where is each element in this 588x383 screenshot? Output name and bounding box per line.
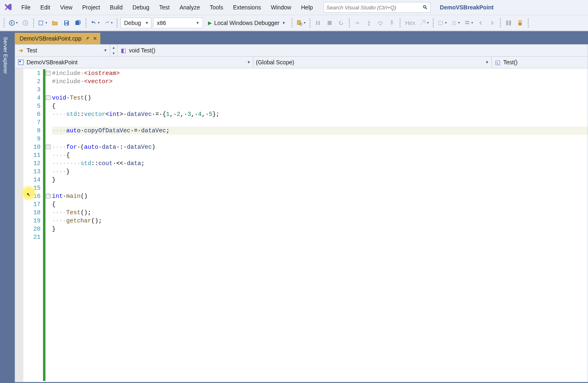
menu-analyze[interactable]: Analyze bbox=[174, 2, 205, 13]
break-all-button[interactable] bbox=[313, 18, 323, 28]
menu-test[interactable]: Test bbox=[154, 2, 175, 13]
threads-window-button[interactable] bbox=[504, 18, 513, 28]
toolbar-grip-icon bbox=[527, 18, 529, 28]
menu-build[interactable]: Build bbox=[105, 2, 127, 13]
svg-point-1 bbox=[23, 20, 28, 25]
solution-name: DemoVSBreakPoint bbox=[440, 4, 493, 11]
save-all-button[interactable] bbox=[73, 18, 83, 28]
toolbar-grip-icon bbox=[85, 18, 87, 28]
svg-point-12 bbox=[391, 20, 393, 22]
menu-debug[interactable]: Debug bbox=[128, 2, 154, 13]
main-toolbar: Debug▼ x86▼ ▶Local Windows Debugger▼ Hex bbox=[0, 15, 588, 31]
save-button[interactable] bbox=[61, 18, 71, 28]
fold-toggle[interactable]: − bbox=[46, 145, 50, 149]
svg-point-0 bbox=[9, 20, 14, 25]
svg-rect-7 bbox=[316, 21, 317, 25]
pin-icon[interactable]: 📌︎ bbox=[85, 36, 90, 41]
vs-logo-icon bbox=[2, 2, 14, 13]
solution-config-combo[interactable]: Debug▼ bbox=[120, 18, 152, 28]
undo-button[interactable] bbox=[89, 18, 101, 28]
find-in-files-button[interactable] bbox=[295, 18, 307, 28]
svg-rect-3 bbox=[65, 21, 68, 23]
quick-search-input[interactable] bbox=[326, 5, 422, 11]
navigation-bars-2: DemoVSBreakPoint▼ (Global Scope)▼ ◱ Test… bbox=[15, 56, 588, 68]
menu-extensions[interactable]: Extensions bbox=[228, 2, 266, 13]
project-icon bbox=[18, 59, 24, 66]
lock-button[interactable] bbox=[515, 18, 525, 28]
code-content[interactable]: #include·<iostream>#include·<vector>void… bbox=[51, 68, 588, 382]
svg-rect-13 bbox=[439, 21, 443, 25]
svg-rect-9 bbox=[328, 21, 332, 25]
step-over-button[interactable] bbox=[375, 18, 385, 28]
menu-window[interactable]: Window bbox=[266, 2, 296, 13]
svg-rect-8 bbox=[319, 21, 320, 25]
toolbar-grip-icon bbox=[309, 18, 311, 28]
navigation-bars: ➜ Test▼ ▲▼ ◧ void Test() bbox=[15, 44, 588, 56]
svg-point-10 bbox=[368, 24, 370, 26]
solution-platform-combo[interactable]: x86▼ bbox=[153, 18, 203, 28]
project-nav-combo[interactable]: DemoVSBreakPoint▼ bbox=[15, 57, 253, 68]
nav-back-button[interactable] bbox=[7, 18, 19, 28]
svg-rect-5 bbox=[297, 20, 301, 25]
restart-button[interactable] bbox=[336, 18, 346, 28]
code-editor[interactable]: 123456789101112131415161718192021 −−−− #… bbox=[15, 68, 588, 382]
svg-rect-14 bbox=[465, 21, 469, 22]
debug-options-button[interactable] bbox=[418, 18, 430, 28]
redo-button[interactable] bbox=[102, 18, 114, 28]
server-explorer-tab[interactable]: Server Explorer bbox=[0, 31, 11, 383]
thread-combo[interactable] bbox=[450, 18, 461, 28]
menu-edit[interactable]: Edit bbox=[36, 2, 55, 13]
line-number-gutter: 123456789101112131415161718192021 bbox=[23, 68, 43, 382]
document-tabstrip: DemoVSBreakPoint.cpp 📌︎ ✕ bbox=[15, 33, 588, 44]
document-tab-label: DemoVSBreakPoint.cpp bbox=[20, 35, 81, 42]
close-icon[interactable]: ✕ bbox=[93, 36, 97, 41]
stop-debugging-button[interactable] bbox=[325, 18, 335, 28]
stackframe-combo[interactable] bbox=[463, 18, 474, 28]
function-nav-combo[interactable]: ◧ void Test() bbox=[118, 45, 588, 56]
svg-point-11 bbox=[380, 24, 381, 25]
show-next-statement-button[interactable] bbox=[353, 18, 362, 28]
nav-forward-button[interactable] bbox=[20, 18, 30, 28]
toolbar-grip-icon bbox=[432, 18, 434, 28]
class-nav-combo[interactable]: ➜ Test▼ bbox=[15, 45, 110, 56]
new-item-button[interactable] bbox=[37, 18, 48, 28]
step-out-button[interactable] bbox=[387, 18, 397, 28]
search-icon[interactable]: 🔍︎ bbox=[422, 4, 428, 11]
document-host: DemoVSBreakPoint.cpp 📌︎ ✕ ➜ Test▼ ▲▼ ◧ v… bbox=[11, 31, 588, 383]
svg-rect-15 bbox=[465, 23, 469, 24]
toolbar-grip-icon bbox=[399, 18, 401, 28]
process-combo[interactable] bbox=[436, 18, 448, 28]
toolbar-grip-icon bbox=[348, 18, 350, 28]
svg-rect-4 bbox=[65, 23, 68, 25]
menu-help[interactable]: Help bbox=[296, 2, 318, 13]
document-tab[interactable]: DemoVSBreakPoint.cpp 📌︎ ✕ bbox=[15, 33, 100, 44]
menu-project[interactable]: Project bbox=[77, 2, 105, 13]
menu-tools[interactable]: Tools bbox=[205, 2, 228, 13]
start-debugging-button[interactable]: ▶Local Windows Debugger▼ bbox=[205, 18, 289, 28]
toolbar-grip-icon bbox=[291, 18, 293, 28]
breakpoint-gutter[interactable] bbox=[15, 68, 23, 382]
method-icon: ◧ bbox=[120, 47, 127, 54]
fold-toggle[interactable]: − bbox=[46, 71, 50, 75]
member-nav-combo[interactable]: ◱ Test() bbox=[492, 57, 588, 68]
svg-rect-16 bbox=[506, 20, 508, 25]
quick-search[interactable]: 🔍︎ bbox=[323, 2, 431, 13]
fold-gutter[interactable]: −−−− bbox=[45, 68, 51, 382]
open-file-button[interactable] bbox=[50, 18, 60, 28]
step-into-button[interactable] bbox=[364, 18, 374, 28]
nav-back-frame-button[interactable] bbox=[476, 18, 486, 28]
svg-rect-2 bbox=[39, 21, 43, 25]
scope-nav-combo[interactable]: (Global Scope)▼ bbox=[253, 57, 492, 68]
arrow-icon: ➜ bbox=[18, 47, 24, 54]
toolbar-grip-icon bbox=[500, 18, 501, 28]
hex-toggle[interactable]: Hex bbox=[403, 18, 417, 28]
nav-updown[interactable]: ▲▼ bbox=[110, 45, 118, 56]
menu-view[interactable]: View bbox=[55, 2, 77, 13]
svg-rect-18 bbox=[518, 23, 522, 25]
svg-rect-20 bbox=[19, 61, 21, 62]
fold-toggle[interactable]: − bbox=[46, 194, 50, 198]
nav-fwd-frame-button[interactable] bbox=[487, 18, 497, 28]
svg-rect-17 bbox=[509, 20, 511, 25]
fold-toggle[interactable]: − bbox=[46, 95, 50, 100]
menu-file[interactable]: File bbox=[16, 2, 36, 13]
